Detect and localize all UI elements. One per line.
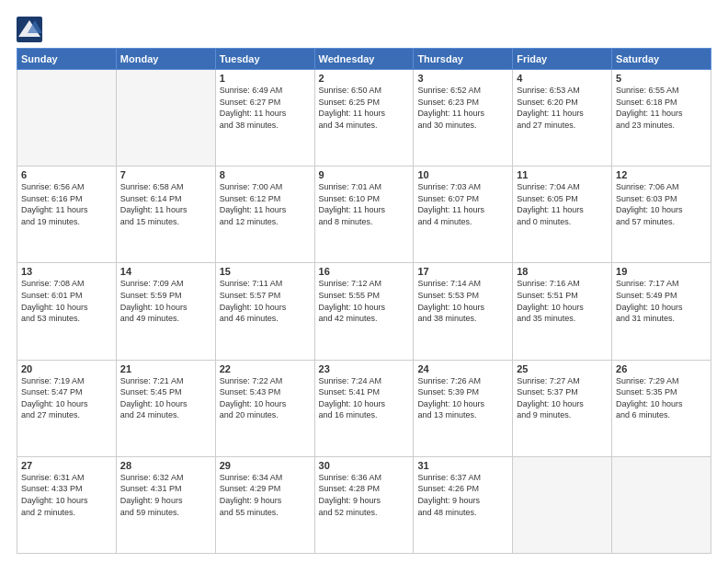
day-number: 9 — [319, 169, 410, 180]
day-cell: 24Sunrise: 7:26 AM Sunset: 5:39 PM Dayli… — [414, 360, 513, 456]
day-cell: 30Sunrise: 6:36 AM Sunset: 4:28 PM Dayli… — [314, 456, 414, 553]
day-info: Sunrise: 7:03 AM Sunset: 6:07 PM Dayligh… — [417, 181, 508, 227]
day-number: 22 — [220, 363, 311, 374]
weekday-header-tuesday: Tuesday — [215, 49, 314, 70]
day-cell: 31Sunrise: 6:37 AM Sunset: 4:26 PM Dayli… — [414, 456, 513, 553]
day-number: 10 — [417, 169, 508, 180]
day-info: Sunrise: 7:06 AM Sunset: 6:03 PM Dayligh… — [616, 181, 707, 227]
day-number: 2 — [319, 73, 410, 84]
header — [17, 17, 711, 42]
day-info: Sunrise: 6:52 AM Sunset: 6:23 PM Dayligh… — [417, 85, 508, 131]
day-info: Sunrise: 6:37 AM Sunset: 4:26 PM Dayligh… — [417, 472, 508, 518]
week-row-1: 6Sunrise: 6:56 AM Sunset: 6:16 PM Daylig… — [17, 167, 711, 263]
day-number: 1 — [220, 73, 311, 84]
day-info: Sunrise: 7:19 AM Sunset: 5:47 PM Dayligh… — [21, 375, 112, 421]
day-cell: 17Sunrise: 7:14 AM Sunset: 5:53 PM Dayli… — [414, 263, 513, 360]
day-number: 24 — [417, 363, 508, 374]
day-info: Sunrise: 7:29 AM Sunset: 5:35 PM Dayligh… — [616, 375, 707, 421]
day-number: 23 — [319, 363, 410, 374]
week-row-2: 13Sunrise: 7:08 AM Sunset: 6:01 PM Dayli… — [17, 263, 711, 360]
weekday-header-friday: Friday — [513, 49, 612, 70]
day-info: Sunrise: 6:53 AM Sunset: 6:20 PM Dayligh… — [517, 85, 608, 131]
day-cell: 25Sunrise: 7:27 AM Sunset: 5:37 PM Dayli… — [513, 360, 612, 456]
day-cell: 28Sunrise: 6:32 AM Sunset: 4:31 PM Dayli… — [116, 456, 215, 553]
day-info: Sunrise: 7:17 AM Sunset: 5:49 PM Dayligh… — [616, 278, 707, 324]
day-info: Sunrise: 7:22 AM Sunset: 5:43 PM Dayligh… — [220, 375, 311, 421]
day-cell: 20Sunrise: 7:19 AM Sunset: 5:47 PM Dayli… — [17, 360, 117, 456]
day-cell — [612, 456, 711, 553]
day-info: Sunrise: 6:34 AM Sunset: 4:29 PM Dayligh… — [220, 472, 311, 518]
day-number: 6 — [21, 169, 112, 180]
day-cell: 18Sunrise: 7:16 AM Sunset: 5:51 PM Dayli… — [513, 263, 612, 360]
day-info: Sunrise: 7:26 AM Sunset: 5:39 PM Dayligh… — [417, 375, 508, 421]
day-info: Sunrise: 7:12 AM Sunset: 5:55 PM Dayligh… — [319, 278, 410, 324]
day-cell: 9Sunrise: 7:01 AM Sunset: 6:10 PM Daylig… — [314, 167, 414, 263]
day-info: Sunrise: 7:00 AM Sunset: 6:12 PM Dayligh… — [220, 181, 311, 227]
weekday-header-saturday: Saturday — [612, 49, 711, 70]
day-number: 28 — [120, 460, 211, 471]
day-cell: 12Sunrise: 7:06 AM Sunset: 6:03 PM Dayli… — [612, 167, 711, 263]
day-cell: 2Sunrise: 6:50 AM Sunset: 6:25 PM Daylig… — [314, 70, 414, 167]
day-number: 4 — [517, 73, 608, 84]
weekday-header-sunday: Sunday — [17, 49, 117, 70]
day-number: 13 — [21, 266, 112, 277]
day-number: 26 — [616, 363, 707, 374]
day-number: 29 — [220, 460, 311, 471]
day-info: Sunrise: 7:11 AM Sunset: 5:57 PM Dayligh… — [220, 278, 311, 324]
logo-icon — [17, 17, 42, 42]
weekday-header-monday: Monday — [116, 49, 215, 70]
day-cell: 6Sunrise: 6:56 AM Sunset: 6:16 PM Daylig… — [17, 167, 117, 263]
day-cell: 8Sunrise: 7:00 AM Sunset: 6:12 PM Daylig… — [215, 167, 314, 263]
day-number: 19 — [616, 266, 707, 277]
day-cell: 16Sunrise: 7:12 AM Sunset: 5:55 PM Dayli… — [314, 263, 414, 360]
day-number: 18 — [517, 266, 608, 277]
day-number: 30 — [319, 460, 410, 471]
day-cell — [17, 70, 117, 167]
day-info: Sunrise: 6:31 AM Sunset: 4:33 PM Dayligh… — [21, 472, 112, 518]
day-number: 8 — [220, 169, 311, 180]
day-number: 25 — [517, 363, 608, 374]
day-info: Sunrise: 6:49 AM Sunset: 6:27 PM Dayligh… — [220, 85, 311, 131]
day-number: 15 — [220, 266, 311, 277]
day-cell: 26Sunrise: 7:29 AM Sunset: 5:35 PM Dayli… — [612, 360, 711, 456]
day-info: Sunrise: 7:27 AM Sunset: 5:37 PM Dayligh… — [517, 375, 608, 421]
day-number: 11 — [517, 169, 608, 180]
day-cell — [513, 456, 612, 553]
day-cell: 7Sunrise: 6:58 AM Sunset: 6:14 PM Daylig… — [116, 167, 215, 263]
day-cell: 14Sunrise: 7:09 AM Sunset: 5:59 PM Dayli… — [116, 263, 215, 360]
day-cell: 29Sunrise: 6:34 AM Sunset: 4:29 PM Dayli… — [215, 456, 314, 553]
day-cell: 15Sunrise: 7:11 AM Sunset: 5:57 PM Dayli… — [215, 263, 314, 360]
day-number: 17 — [417, 266, 508, 277]
calendar: SundayMondayTuesdayWednesdayThursdayFrid… — [17, 48, 711, 554]
day-cell: 1Sunrise: 6:49 AM Sunset: 6:27 PM Daylig… — [215, 70, 314, 167]
day-cell: 5Sunrise: 6:55 AM Sunset: 6:18 PM Daylig… — [612, 70, 711, 167]
week-row-4: 27Sunrise: 6:31 AM Sunset: 4:33 PM Dayli… — [17, 456, 711, 553]
day-number: 12 — [616, 169, 707, 180]
day-info: Sunrise: 7:01 AM Sunset: 6:10 PM Dayligh… — [319, 181, 410, 227]
day-number: 14 — [120, 266, 211, 277]
day-cell: 19Sunrise: 7:17 AM Sunset: 5:49 PM Dayli… — [612, 263, 711, 360]
day-cell: 3Sunrise: 6:52 AM Sunset: 6:23 PM Daylig… — [414, 70, 513, 167]
week-row-0: 1Sunrise: 6:49 AM Sunset: 6:27 PM Daylig… — [17, 70, 711, 167]
day-info: Sunrise: 7:16 AM Sunset: 5:51 PM Dayligh… — [517, 278, 608, 324]
day-cell — [116, 70, 215, 167]
day-number: 5 — [616, 73, 707, 84]
day-info: Sunrise: 7:09 AM Sunset: 5:59 PM Dayligh… — [120, 278, 211, 324]
day-number: 16 — [319, 266, 410, 277]
day-info: Sunrise: 6:36 AM Sunset: 4:28 PM Dayligh… — [319, 472, 410, 518]
day-cell: 11Sunrise: 7:04 AM Sunset: 6:05 PM Dayli… — [513, 167, 612, 263]
day-info: Sunrise: 7:24 AM Sunset: 5:41 PM Dayligh… — [319, 375, 410, 421]
day-number: 20 — [21, 363, 112, 374]
day-cell: 13Sunrise: 7:08 AM Sunset: 6:01 PM Dayli… — [17, 263, 117, 360]
page: SundayMondayTuesdayWednesdayThursdayFrid… — [0, 0, 728, 563]
weekday-header-row: SundayMondayTuesdayWednesdayThursdayFrid… — [17, 49, 711, 70]
day-cell: 22Sunrise: 7:22 AM Sunset: 5:43 PM Dayli… — [215, 360, 314, 456]
day-number: 3 — [417, 73, 508, 84]
logo — [17, 17, 45, 42]
day-number: 31 — [417, 460, 508, 471]
day-cell: 23Sunrise: 7:24 AM Sunset: 5:41 PM Dayli… — [314, 360, 414, 456]
day-number: 27 — [21, 460, 112, 471]
day-info: Sunrise: 7:21 AM Sunset: 5:45 PM Dayligh… — [120, 375, 211, 421]
day-info: Sunrise: 6:58 AM Sunset: 6:14 PM Dayligh… — [120, 181, 211, 227]
weekday-header-thursday: Thursday — [414, 49, 513, 70]
